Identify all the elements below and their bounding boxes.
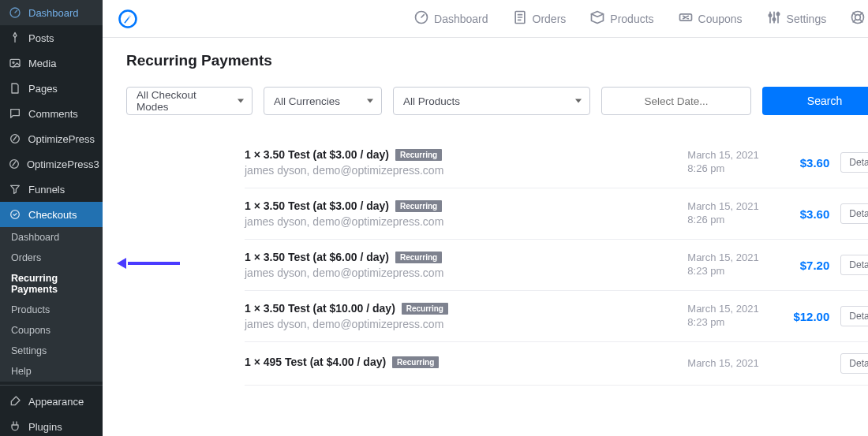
details-button[interactable]: Details xyxy=(840,353,868,374)
payment-date: March 15, 20218:23 pm xyxy=(687,303,774,330)
details-button[interactable]: Details xyxy=(840,152,868,173)
coupons-icon xyxy=(678,9,694,28)
submenu-item-settings[interactable]: Settings xyxy=(0,341,103,361)
topnav-orders[interactable]: Orders xyxy=(509,6,570,31)
topnav-help[interactable]: Help xyxy=(847,6,868,31)
sidebar-item-checkouts[interactable]: Checkouts xyxy=(0,202,103,227)
gauge-icon xyxy=(8,6,22,20)
payment-date: March 15, 20218:23 pm xyxy=(687,252,774,278)
filters-row: All Checkout Modes All Currencies All Pr… xyxy=(126,87,868,115)
sidebar-item-label: Media xyxy=(28,58,56,69)
topnav-dashboard[interactable]: Dashboard xyxy=(410,6,492,31)
payment-title: 1 × 495 Test (at $4.00 / day) xyxy=(245,356,386,368)
payment-title: 1 × 3.50 Test (at $10.00 / day) xyxy=(245,302,395,315)
topnav-coupons[interactable]: Coupons xyxy=(675,6,746,31)
payment-amount: $7.20 xyxy=(774,259,829,272)
payment-amount: $3.60 xyxy=(774,156,829,170)
sidebar-item-label: OptimizePress3 xyxy=(27,158,99,170)
sidebar-item-label: Checkouts xyxy=(28,209,77,221)
pin-icon xyxy=(8,31,22,45)
top-bar: DashboardOrdersProductsCouponsSettingsHe… xyxy=(103,0,868,38)
details-button[interactable]: Details xyxy=(840,203,868,224)
payment-row: 1 × 3.50 Test (at $6.00 / day) Recurring… xyxy=(245,240,868,291)
topnav-products[interactable]: Products xyxy=(586,6,657,31)
svg-point-2 xyxy=(13,61,14,63)
currency-value: All Currencies xyxy=(274,95,340,107)
checkout-mode-value: All Checkout Modes xyxy=(137,89,228,113)
op-icon xyxy=(8,132,21,146)
optimizepress-logo-icon xyxy=(117,8,139,30)
payment-amount: $3.60 xyxy=(774,207,829,221)
payment-row: 1 × 495 Test (at $4.00 / day) Recurring … xyxy=(245,342,868,386)
payment-row: 1 × 3.50 Test (at $3.00 / day) Recurring… xyxy=(245,188,868,240)
sidebar-item-label: Plugins xyxy=(28,421,62,433)
submenu-item-recurring-payments[interactable]: Recurring Payments xyxy=(0,268,103,300)
recurring-badge: Recurring xyxy=(402,303,448,315)
payment-row: 1 × 3.50 Test (at $10.00 / day) Recurrin… xyxy=(245,291,868,342)
sidebar-item-pages[interactable]: Pages xyxy=(0,76,103,101)
submenu-item-help[interactable]: Help xyxy=(0,361,103,382)
sidebar-item-optimizepress[interactable]: OptimizePress xyxy=(0,126,103,151)
payment-date: March 15, 20218:26 pm xyxy=(687,200,774,227)
recurring-badge: Recurring xyxy=(392,356,439,368)
search-button[interactable]: Search xyxy=(762,87,868,115)
funnel-icon xyxy=(8,182,22,196)
sidebar-separator xyxy=(0,385,103,386)
topnav-label: Coupons xyxy=(698,13,743,25)
svg-point-11 xyxy=(769,14,771,17)
sidebar-item-plugins[interactable]: Plugins xyxy=(0,414,103,436)
payment-customer: james dyson, demo@optimizepress.com xyxy=(245,215,687,228)
sidebar-item-appearance[interactable]: Appearance xyxy=(0,389,103,414)
checkouts-submenu: DashboardOrdersRecurring PaymentsProduct… xyxy=(0,227,103,382)
sidebar-item-label: OptimizePress xyxy=(28,133,95,145)
product-value: All Products xyxy=(403,95,460,107)
sidebar-item-comments[interactable]: Comments xyxy=(0,101,103,126)
plug-icon xyxy=(8,419,22,434)
payment-customer: james dyson, demo@optimizepress.com xyxy=(245,164,687,177)
submenu-item-coupons[interactable]: Coupons xyxy=(0,320,103,341)
topnav-label: Products xyxy=(610,13,653,25)
product-select[interactable]: All Products xyxy=(393,87,590,115)
topnav-settings[interactable]: Settings xyxy=(763,6,830,31)
details-button[interactable]: Details xyxy=(840,306,868,326)
payment-date: March 15, 20218:26 pm xyxy=(687,149,774,176)
page-title: Recurring Payments xyxy=(126,52,868,69)
submenu-item-orders[interactable]: Orders xyxy=(0,248,103,268)
brush-icon xyxy=(8,394,22,408)
chevron-down-icon xyxy=(238,99,244,103)
chevron-down-icon xyxy=(367,99,373,103)
lifebuoy-icon xyxy=(850,9,866,28)
payment-title: 1 × 3.50 Test (at $6.00 / day) xyxy=(245,251,389,263)
payments-list: 1 × 3.50 Test (at $3.00 / day) Recurring… xyxy=(126,137,868,386)
payment-title: 1 × 3.50 Test (at $3.00 / day) xyxy=(245,199,389,212)
svg-point-12 xyxy=(773,18,775,20)
recurring-badge: Recurring xyxy=(395,200,442,212)
currency-select[interactable]: All Currencies xyxy=(264,87,382,115)
op-icon xyxy=(8,157,21,171)
gauge-icon xyxy=(413,9,429,28)
submenu-item-dashboard[interactable]: Dashboard xyxy=(0,227,103,248)
sidebar-item-label: Posts xyxy=(28,32,54,44)
date-input[interactable] xyxy=(601,87,751,115)
payment-customer: james dyson, demo@optimizepress.com xyxy=(245,266,687,279)
sidebar-item-optimizepress3[interactable]: OptimizePress3 xyxy=(0,151,103,177)
svg-point-13 xyxy=(776,13,779,15)
checkouts-icon xyxy=(8,207,22,222)
details-button[interactable]: Details xyxy=(840,255,868,275)
sidebar-item-media[interactable]: Media xyxy=(0,50,103,76)
payment-amount: $12.00 xyxy=(774,310,829,323)
sidebar-item-dashboard[interactable]: Dashboard xyxy=(0,0,103,25)
submenu-item-products[interactable]: Products xyxy=(0,300,103,320)
sidebar-item-label: Funnels xyxy=(28,184,65,196)
sidebar-item-funnels[interactable]: Funnels xyxy=(0,177,103,202)
sidebar-item-label: Appearance xyxy=(28,396,84,408)
sidebar-item-posts[interactable]: Posts xyxy=(0,25,103,50)
page-icon xyxy=(8,81,22,95)
sliders-icon xyxy=(766,9,782,28)
recurring-badge: Recurring xyxy=(395,149,442,161)
products-icon xyxy=(589,9,605,28)
topnav-label: Orders xyxy=(533,13,567,25)
checkout-mode-select[interactable]: All Checkout Modes xyxy=(126,87,253,115)
image-icon xyxy=(8,56,22,70)
topnav-label: Dashboard xyxy=(434,13,488,25)
